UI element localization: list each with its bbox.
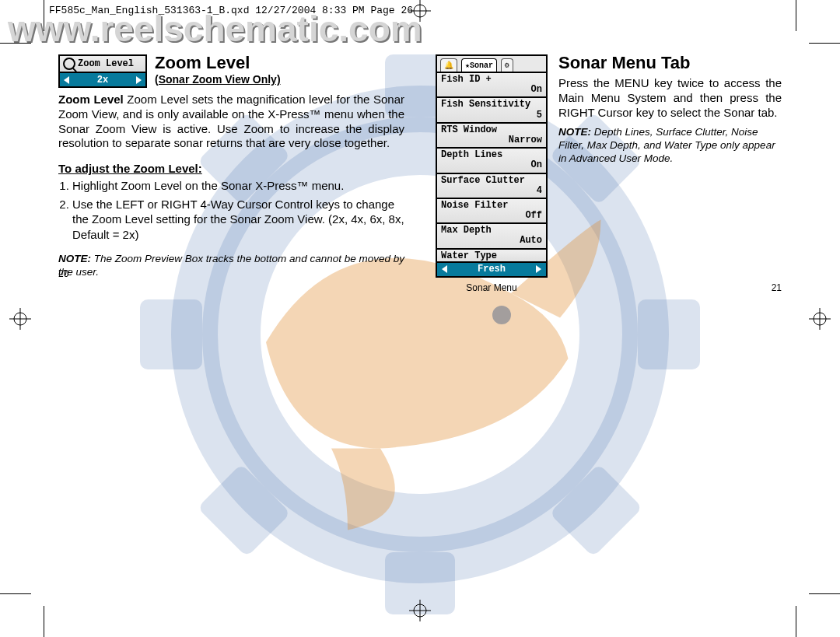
crop-mark	[796, 0, 796, 31]
sonar-menu-title: Sonar Menu Tab	[558, 54, 782, 72]
sonar-item: Fish Sensitivity5	[437, 96, 546, 121]
zoom-level-body: Zoom Level Zoom Level sets the magnifica…	[58, 93, 404, 151]
sonar-screenshot-block: 🔔 ★Sonar ⚙ Fish ID +On Fish Sensitivity5…	[436, 54, 548, 293]
sonar-item: Depth LinesOn	[437, 147, 546, 172]
registration-mark	[9, 308, 31, 330]
crop-mark	[796, 606, 796, 637]
sonar-item: Max DepthAuto	[437, 222, 546, 247]
left-page: Zoom Level 2x Zoom Level (Sonar Zoom Vie…	[58, 54, 404, 279]
registration-mark	[409, 600, 431, 621]
sonar-tab-sonar: ★Sonar	[461, 58, 497, 72]
zoom-step: Use the LEFT or RIGHT 4-Way Cursor Contr…	[72, 197, 404, 243]
zoom-note: NOTE: The Zoom Preview Box tracks the bo…	[58, 253, 404, 279]
crop-mark	[44, 606, 44, 637]
watermark-url: www.reelschematic.com	[8, 8, 422, 50]
magnify-icon	[63, 58, 75, 70]
left-arrow-icon	[442, 265, 447, 273]
adjust-zoom-heading: To adjust the Zoom Level:	[58, 162, 404, 175]
crop-mark	[0, 593, 31, 594]
sonar-item: Fish ID +On	[437, 72, 546, 96]
sonar-item: RTS WindowNarrow	[437, 122, 546, 147]
zoom-level-screenshot: Zoom Level 2x	[58, 54, 147, 88]
sonar-tab-setup: ⚙	[501, 58, 513, 72]
zoom-level-subtitle: (Sonar Zoom View Only)	[155, 73, 281, 86]
sonar-item: Water Type	[437, 248, 546, 261]
zoom-screenshot-title: Zoom Level	[78, 58, 134, 69]
sonar-note: NOTE: Depth Lines, Surface Clutter, Nois…	[558, 126, 782, 166]
sonar-tab-alarms: 🔔	[440, 58, 457, 72]
left-arrow-icon	[64, 76, 69, 84]
sonar-item: Surface Clutter4	[437, 173, 546, 198]
crop-mark	[809, 43, 840, 44]
right-arrow-icon	[136, 76, 142, 84]
sonar-item-adjust: Fresh	[437, 261, 546, 276]
sonar-item: Noise FilterOff	[437, 198, 546, 222]
sonar-screenshot-caption: Sonar Menu	[436, 282, 548, 293]
right-page: 🔔 ★Sonar ⚙ Fish ID +On Fish Sensitivity5…	[436, 54, 782, 293]
zoom-screenshot-value: 2x	[97, 75, 108, 86]
zoom-steps-list: Highlight Zoom Level on the Sonar X-Pres…	[72, 178, 404, 242]
right-page-number: 21	[772, 282, 782, 293]
right-arrow-icon	[536, 265, 541, 273]
crop-mark	[809, 593, 840, 594]
registration-mark	[809, 308, 831, 330]
zoom-step: Highlight Zoom Level on the Sonar X-Pres…	[72, 178, 404, 194]
sonar-tabbar: 🔔 ★Sonar ⚙	[437, 56, 546, 72]
sonar-menu-body: Press the MENU key twice to access the M…	[558, 76, 782, 120]
zoom-level-title: Zoom Level	[155, 54, 281, 72]
left-page-number: 20	[58, 268, 68, 279]
